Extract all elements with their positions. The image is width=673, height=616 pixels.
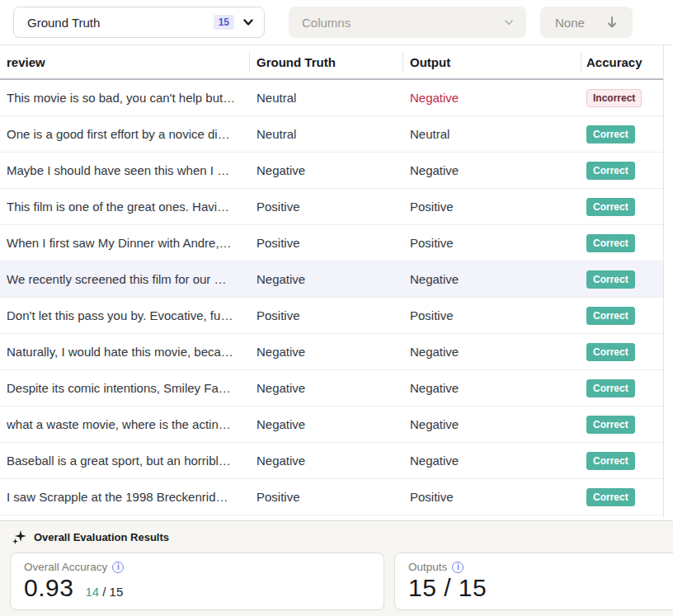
accuracy-badge: Incorrect bbox=[586, 89, 642, 107]
info-icon[interactable]: i bbox=[112, 562, 124, 573]
review-cell: This movie is so bad, you can't help but… bbox=[0, 91, 250, 105]
accuracy-badge: Correct bbox=[586, 379, 635, 397]
accuracy-cell: Correct bbox=[581, 234, 663, 252]
ground-truth-cell: Neutral bbox=[250, 127, 403, 141]
accuracy-cell: Correct bbox=[581, 125, 663, 143]
accuracy-badge: Correct bbox=[586, 343, 635, 361]
output-cell: Neutral bbox=[403, 127, 581, 141]
output-cell: Negative bbox=[403, 163, 581, 177]
output-cell: Negative bbox=[403, 381, 581, 395]
accuracy-cell: Correct bbox=[581, 488, 663, 506]
review-cell: One is a good first effort by a novice d… bbox=[0, 127, 250, 141]
table-row[interactable]: Baseball is a great sport, but an horrib… bbox=[0, 443, 663, 479]
chevron-down-icon bbox=[242, 16, 254, 28]
outputs-card: Outputs i 15 / 15 bbox=[394, 553, 673, 610]
accuracy-badge: Correct bbox=[586, 270, 635, 289]
row-count-badge: 15 bbox=[214, 15, 234, 30]
table-row[interactable]: Naturally, I would hate this movie, beca… bbox=[0, 334, 663, 370]
accuracy-badge: Correct bbox=[586, 234, 635, 252]
accuracy-cell: Correct bbox=[581, 343, 663, 361]
ground-truth-cell: Positive bbox=[250, 308, 403, 322]
toolbar: Ground Truth 15 Columns None bbox=[0, 0, 673, 45]
overall-accuracy-card: Overall Accuracy i 0.93 14 / 15 bbox=[10, 553, 384, 610]
accuracy-badge: Correct bbox=[586, 198, 635, 216]
output-cell: Negative bbox=[403, 345, 581, 359]
accuracy-cell: Incorrect bbox=[581, 89, 663, 107]
sort-button-label: None bbox=[555, 16, 585, 30]
ground-truth-cell: Negative bbox=[250, 454, 403, 468]
ground-truth-cell: Negative bbox=[250, 381, 403, 395]
table-row[interactable]: what a waste movie, where is the actin… … bbox=[0, 407, 663, 443]
output-cell: Negative bbox=[403, 91, 581, 105]
review-cell: This film is one of the great ones. Havi… bbox=[0, 200, 250, 214]
table-row[interactable]: Don't let this pass you by. Evocative, f… bbox=[0, 298, 663, 334]
accuracy-cell: Correct bbox=[581, 162, 663, 180]
chevron-down-icon bbox=[503, 16, 515, 28]
ground-truth-cell: Negative bbox=[250, 163, 403, 177]
column-header-accuracy[interactable]: Accuracy bbox=[581, 45, 663, 78]
outputs-value: 15 / 15 bbox=[408, 574, 487, 602]
accuracy-badge: Correct bbox=[586, 162, 635, 180]
table-row[interactable]: I saw Scrapple at the 1998 Breckenrid… P… bbox=[0, 479, 663, 515]
overall-results-heading: Overall Evaluation Results bbox=[0, 521, 673, 544]
results-table: review Ground Truth Output Accuracy This… bbox=[0, 45, 664, 518]
accuracy-badge: Correct bbox=[586, 416, 635, 434]
table-row[interactable]: Despite its comic intentions, Smiley Fa…… bbox=[0, 370, 663, 407]
ground-truth-cell: Positive bbox=[250, 490, 403, 504]
review-cell: Baseball is a great sport, but an horrib… bbox=[0, 454, 250, 468]
table-row[interactable]: Maybe I should have seen this when I … N… bbox=[0, 153, 663, 189]
output-cell: Positive bbox=[403, 490, 581, 504]
column-header-ground-truth[interactable]: Ground Truth bbox=[250, 45, 403, 78]
accuracy-badge: Correct bbox=[586, 488, 635, 506]
accuracy-fraction: 14 / 15 bbox=[85, 585, 123, 599]
accuracy-cell: Correct bbox=[581, 307, 663, 325]
columns-select-placeholder: Columns bbox=[302, 16, 351, 30]
column-header-output[interactable]: Output bbox=[403, 45, 581, 78]
accuracy-cell: Correct bbox=[581, 452, 663, 470]
info-icon[interactable]: i bbox=[452, 562, 464, 573]
arrow-down-icon bbox=[606, 16, 618, 29]
summary-cards: Overall Accuracy i 0.93 14 / 15 Outputs … bbox=[10, 553, 673, 610]
sparkles-icon bbox=[12, 529, 26, 544]
review-cell: Naturally, I would hate this movie, beca… bbox=[0, 345, 250, 359]
review-cell: I saw Scrapple at the 1998 Breckenrid… bbox=[0, 490, 250, 504]
ground-truth-cell: Neutral bbox=[250, 91, 403, 105]
table-header: review Ground Truth Output Accuracy bbox=[0, 45, 663, 80]
table-row[interactable]: One is a good first effort by a novice d… bbox=[0, 116, 663, 153]
output-cell: Positive bbox=[403, 236, 581, 250]
columns-select[interactable]: Columns bbox=[289, 7, 526, 38]
overall-results-panel: Overall Evaluation Results Overall Accur… bbox=[0, 520, 673, 616]
ground-truth-select[interactable]: Ground Truth 15 bbox=[13, 7, 265, 38]
table-row[interactable]: We recently screened this film for our …… bbox=[0, 261, 663, 298]
accuracy-badge: Correct bbox=[586, 452, 635, 470]
output-cell: Negative bbox=[403, 417, 581, 431]
column-header-review[interactable]: review bbox=[0, 45, 250, 78]
ground-truth-select-label: Ground Truth bbox=[27, 16, 100, 30]
outputs-label: Outputs bbox=[408, 561, 447, 573]
review-cell: We recently screened this film for our … bbox=[0, 272, 250, 286]
accuracy-cell: Correct bbox=[581, 198, 663, 216]
overall-results-title: Overall Evaluation Results bbox=[34, 531, 169, 543]
review-cell: what a waste movie, where is the actin… bbox=[0, 417, 250, 431]
review-cell: Despite its comic intentions, Smiley Fa… bbox=[0, 381, 250, 395]
output-cell: Positive bbox=[403, 308, 581, 322]
review-cell: Maybe I should have seen this when I … bbox=[0, 163, 250, 177]
accuracy-badge: Correct bbox=[586, 307, 635, 325]
ground-truth-select-right: 15 bbox=[214, 15, 254, 30]
table-row[interactable]: When I first saw My Dinner with Andre,… … bbox=[0, 225, 663, 261]
accuracy-cell: Correct bbox=[581, 379, 663, 397]
table-body: This movie is so bad, you can't help but… bbox=[0, 80, 663, 518]
ground-truth-cell: Positive bbox=[250, 236, 403, 250]
table-row[interactable]: This film is one of the great ones. Havi… bbox=[0, 189, 663, 225]
ground-truth-cell: Negative bbox=[250, 345, 403, 359]
ground-truth-cell: Negative bbox=[250, 417, 403, 431]
output-cell: Positive bbox=[403, 200, 581, 214]
overall-accuracy-value: 0.93 bbox=[24, 574, 73, 602]
overall-accuracy-label: Overall Accuracy bbox=[24, 561, 107, 573]
output-cell: Negative bbox=[403, 454, 581, 468]
review-cell: When I first saw My Dinner with Andre,… bbox=[0, 236, 250, 250]
table-row[interactable]: This movie is so bad, you can't help but… bbox=[0, 80, 663, 116]
sort-button[interactable]: None bbox=[540, 7, 633, 38]
ground-truth-cell: Positive bbox=[250, 200, 403, 214]
accuracy-cell: Correct bbox=[581, 416, 663, 434]
